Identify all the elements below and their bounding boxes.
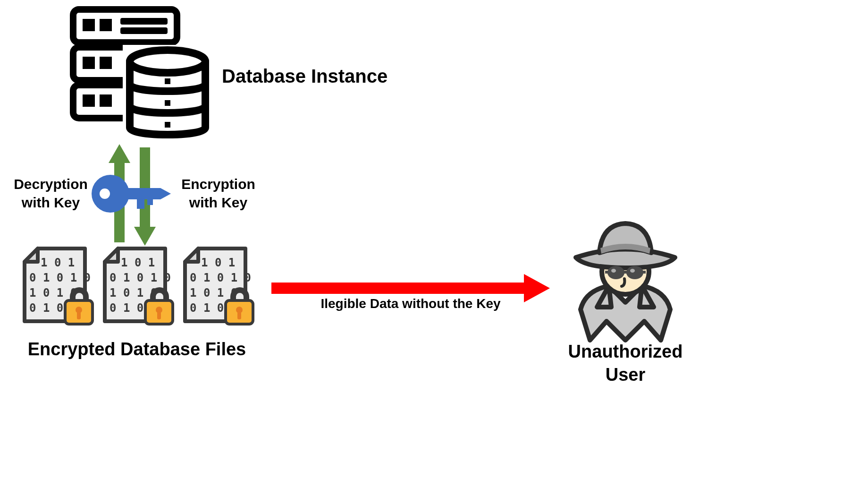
- svg-rect-4: [100, 19, 112, 31]
- encryption-label: Encryption with Key: [175, 175, 262, 212]
- svg-rect-25: [147, 198, 153, 205]
- svg-marker-19: [134, 227, 156, 246]
- svg-rect-39: [605, 271, 610, 274]
- encrypted-files-label: Encrypted Database Files: [19, 338, 255, 361]
- svg-rect-24: [137, 198, 144, 209]
- svg-rect-3: [83, 19, 95, 31]
- svg-marker-16: [109, 144, 130, 163]
- svg-rect-9: [83, 94, 95, 107]
- svg-point-41: [611, 269, 616, 273]
- svg-rect-40: [641, 271, 646, 274]
- decryption-label: Decryption with Key: [7, 175, 94, 212]
- svg-rect-14: [165, 100, 170, 106]
- svg-marker-34: [524, 274, 550, 302]
- database-server-icon: [68, 5, 215, 146]
- svg-rect-13: [165, 78, 170, 84]
- svg-point-36: [607, 266, 624, 279]
- unauthorized-user-label: Unauthorized User: [552, 340, 699, 387]
- svg-rect-6: [120, 27, 168, 34]
- key-icon: [91, 172, 171, 215]
- svg-rect-22: [124, 188, 160, 199]
- unauthorized-user-icon: [566, 215, 684, 343]
- svg-rect-8: [100, 57, 112, 69]
- svg-rect-33: [271, 283, 526, 294]
- svg-rect-15: [165, 122, 170, 128]
- database-instance-label: Database Instance: [222, 64, 388, 88]
- svg-rect-7: [83, 57, 95, 69]
- illegible-data-label: Ilegible Data without the Key: [302, 295, 519, 312]
- svg-rect-10: [100, 94, 112, 107]
- svg-marker-23: [160, 188, 171, 199]
- svg-rect-38: [622, 271, 629, 274]
- svg-point-21: [100, 189, 110, 199]
- encrypted-file-icon: [99, 246, 175, 326]
- svg-point-37: [626, 266, 643, 279]
- svg-point-12: [130, 50, 205, 73]
- encrypted-file-icon: [19, 246, 94, 326]
- svg-point-42: [630, 269, 635, 273]
- svg-rect-5: [120, 18, 168, 25]
- encrypted-file-icon: [179, 246, 255, 326]
